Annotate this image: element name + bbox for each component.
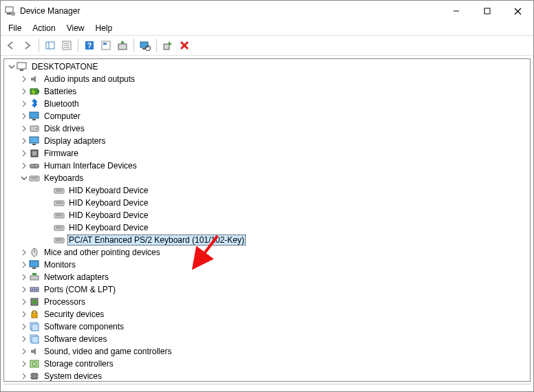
chevron-right-icon[interactable] <box>19 138 29 144</box>
chevron-right-icon[interactable] <box>19 298 29 305</box>
tree-node-label: Human Interface Devices <box>43 161 138 171</box>
show-hide-console-button[interactable] <box>43 38 58 53</box>
tree-category-node[interactable]: Ports (COM & LPT) <box>4 283 530 296</box>
chevron-right-icon[interactable] <box>19 373 29 380</box>
svg-rect-25 <box>20 69 23 71</box>
tree-node-label: Monitors <box>43 260 77 270</box>
svg-rect-67 <box>32 300 36 304</box>
tree-device-node[interactable]: HID Keyboard Device <box>4 197 530 209</box>
tree-category-node[interactable]: System devices <box>4 370 530 382</box>
tree-category-node[interactable]: Batteries <box>4 85 530 98</box>
tree-node-label: HID Keyboard Device <box>67 223 149 232</box>
svg-rect-31 <box>30 137 39 143</box>
chip-icon <box>29 148 40 159</box>
svg-rect-29 <box>30 126 39 131</box>
svg-rect-16 <box>103 43 107 45</box>
uninstall-button[interactable] <box>177 38 192 53</box>
cpu-icon <box>29 296 40 307</box>
action-button[interactable] <box>98 38 114 53</box>
chevron-right-icon[interactable] <box>19 113 29 120</box>
forward-button[interactable] <box>20 38 35 53</box>
keyboard-icon <box>29 173 40 184</box>
tree-device-node[interactable]: HID Keyboard Device <box>4 209 530 221</box>
tree-category-node[interactable]: Firmware <box>4 147 530 160</box>
chevron-right-icon[interactable] <box>19 286 29 293</box>
tree-category-node[interactable]: Human Interface Devices <box>4 160 530 172</box>
tree-category-node[interactable]: Security devices <box>4 308 530 320</box>
chevron-right-icon[interactable] <box>19 336 29 342</box>
chevron-right-icon[interactable] <box>19 311 29 318</box>
svg-point-65 <box>36 289 37 290</box>
tree-device-node[interactable]: HID Keyboard Device <box>4 221 530 234</box>
chevron-right-icon[interactable] <box>19 274 29 281</box>
tree-category-node[interactable]: Network adapters <box>4 271 530 283</box>
toolbar: ? <box>1 35 533 56</box>
menu-bar: File Action View Help <box>1 21 533 35</box>
properties-button[interactable] <box>59 38 74 53</box>
computer-icon <box>17 61 28 72</box>
tree-category-node[interactable]: Processors <box>4 296 530 308</box>
tree-category-node[interactable]: Software components <box>4 320 530 333</box>
svg-rect-59 <box>32 268 36 269</box>
tree-category-node[interactable]: Storage controllers <box>4 358 530 370</box>
toolbar-separator <box>78 39 78 52</box>
enable-button[interactable] <box>160 38 175 53</box>
close-button[interactable] <box>502 1 533 21</box>
chevron-right-icon[interactable] <box>19 348 29 355</box>
maximize-button[interactable] <box>471 1 502 21</box>
keyboard-icon <box>54 210 65 221</box>
minimize-button[interactable] <box>440 1 471 21</box>
keyboard-icon <box>54 222 65 233</box>
chevron-right-icon[interactable] <box>19 88 29 95</box>
menu-file[interactable]: File <box>3 23 26 34</box>
svg-rect-60 <box>30 276 39 280</box>
tree-category-node[interactable]: Software devices <box>4 333 530 345</box>
chevron-right-icon[interactable] <box>19 76 29 83</box>
disk-icon <box>29 123 40 134</box>
chevron-down-icon[interactable] <box>7 63 17 70</box>
tree-category-keyboards[interactable]: Keyboards <box>4 172 530 184</box>
scan-hardware-button[interactable] <box>138 38 153 53</box>
tree-category-node[interactable]: Computer <box>4 110 530 122</box>
chevron-right-icon[interactable] <box>19 323 29 330</box>
svg-rect-17 <box>118 44 127 50</box>
chevron-right-icon[interactable] <box>19 100 29 107</box>
svg-rect-4 <box>484 8 490 14</box>
tree-category-node[interactable]: Bluetooth <box>4 98 530 110</box>
tree-node-label: Computer <box>43 111 82 121</box>
bluetooth-icon <box>29 98 40 109</box>
svg-rect-18 <box>140 42 148 47</box>
tree-category-node[interactable]: Display adapters <box>4 135 530 147</box>
chevron-right-icon[interactable] <box>19 150 29 157</box>
menu-view[interactable]: View <box>62 23 89 34</box>
chevron-right-icon[interactable] <box>19 249 29 256</box>
update-driver-button[interactable] <box>115 38 130 53</box>
chevron-down-icon[interactable] <box>19 175 29 182</box>
monitor-icon <box>29 111 40 122</box>
chevron-right-icon[interactable] <box>19 360 29 367</box>
tree-category-node[interactable]: Sound, video and game controllers <box>4 345 530 358</box>
battery-icon <box>29 86 40 97</box>
tree-node-label: HID Keyboard Device <box>67 210 149 220</box>
tree-category-node[interactable]: Audio inputs and outputs <box>4 73 530 85</box>
help-button[interactable]: ? <box>82 38 97 53</box>
chevron-right-icon[interactable] <box>19 261 29 268</box>
app-icon <box>5 6 16 17</box>
back-button[interactable] <box>3 38 19 53</box>
svg-point-2 <box>11 12 15 16</box>
tree-device-node[interactable]: PC/AT Enhanced PS/2 Keyboard (101/102-Ke… <box>4 234 530 246</box>
chevron-right-icon[interactable] <box>19 162 29 169</box>
tree-category-node[interactable]: Disk drives <box>4 122 530 135</box>
tree-category-node[interactable]: Monitors <box>4 259 530 271</box>
tree-device-node[interactable]: HID Keyboard Device <box>4 184 530 197</box>
tree-node-label: Software components <box>43 322 125 331</box>
keyboard-icon <box>54 197 65 208</box>
svg-rect-75 <box>32 373 37 379</box>
tree-category-node[interactable]: Mice and other pointing devices <box>4 246 530 259</box>
svg-rect-0 <box>6 7 13 12</box>
chevron-right-icon[interactable] <box>19 125 29 132</box>
speaker-icon <box>29 74 40 85</box>
menu-action[interactable]: Action <box>28 23 60 34</box>
tree-root-node[interactable]: DESKTOPATONE <box>4 61 530 73</box>
menu-help[interactable]: Help <box>91 23 118 34</box>
